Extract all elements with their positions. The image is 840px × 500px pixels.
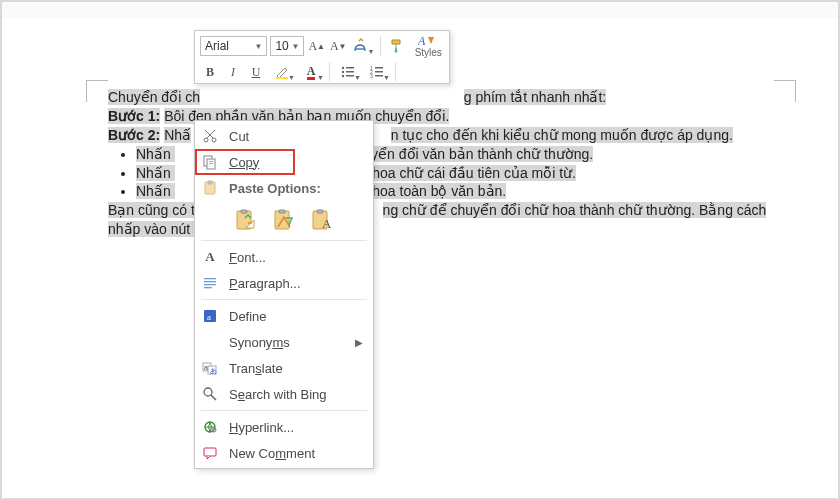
chevron-down-icon: ▼ xyxy=(254,42,262,51)
svg-rect-27 xyxy=(317,210,323,213)
change-case-button[interactable]: ▼ xyxy=(350,36,374,56)
text-line: Nhấn xyxy=(136,165,175,181)
text-line: n tục cho đến khi kiểu chữ mong muốn đượ… xyxy=(391,127,733,143)
svg-rect-1 xyxy=(276,77,288,79)
numbering-button[interactable]: 123 ▼ xyxy=(364,62,390,82)
separator xyxy=(395,62,396,82)
svg-point-6 xyxy=(342,75,344,77)
italic-button[interactable]: I xyxy=(223,62,243,82)
define-icon: a xyxy=(201,307,219,325)
step-label: Bước 2: xyxy=(108,127,160,143)
svg-rect-25 xyxy=(279,210,285,213)
copy-icon xyxy=(201,153,219,171)
svg-rect-5 xyxy=(346,71,354,73)
menu-item-define[interactable]: a Define xyxy=(195,303,373,329)
search-icon xyxy=(201,385,219,403)
font-name-value: Arial xyxy=(205,39,229,53)
text-line: Nhấ xyxy=(164,127,191,143)
chevron-down-icon: ▼ xyxy=(292,42,300,51)
svg-rect-3 xyxy=(346,67,354,69)
svg-text:3: 3 xyxy=(370,73,373,79)
hyperlink-icon xyxy=(201,418,219,436)
bold-button[interactable]: B xyxy=(200,62,220,82)
svg-rect-32 xyxy=(204,287,212,288)
menu-label: Synonyms xyxy=(229,335,345,350)
menu-item-new-comment[interactable]: New Comment xyxy=(195,440,373,466)
chevron-right-icon: ▶ xyxy=(355,337,363,348)
svg-text:A: A xyxy=(418,34,426,48)
svg-point-4 xyxy=(342,71,344,73)
font-color-button[interactable]: A ▼ xyxy=(298,62,324,82)
svg-rect-21 xyxy=(208,181,212,184)
menu-item-translate[interactable]: aあ Translate xyxy=(195,355,373,381)
font-size-select[interactable]: 10 ▼ xyxy=(270,36,304,56)
grow-font-button[interactable]: A▲ xyxy=(307,36,326,56)
paste-options-row: A xyxy=(195,201,373,237)
text-line: Nhấn xyxy=(136,146,175,162)
menu-label: Paragraph... xyxy=(229,276,363,291)
step-label: Bước 1: xyxy=(108,108,160,124)
text-line: huyển đổi văn bản thành chữ thường. xyxy=(355,146,593,162)
svg-rect-20 xyxy=(205,182,215,194)
menu-item-synonyms[interactable]: Synonyms ▶ xyxy=(195,329,373,355)
font-name-select[interactable]: Arial ▼ xyxy=(200,36,267,56)
svg-rect-29 xyxy=(204,278,216,279)
separator xyxy=(329,62,330,82)
menu-item-paragraph[interactable]: Paragraph... xyxy=(195,270,373,296)
svg-text:あ: あ xyxy=(210,367,217,375)
highlight-button[interactable]: ▼ xyxy=(269,62,295,82)
svg-rect-30 xyxy=(204,281,216,282)
clipboard-icon xyxy=(201,179,219,197)
shrink-font-button[interactable]: A▼ xyxy=(329,36,348,56)
text-line: Nhấn xyxy=(136,183,175,199)
menu-separator xyxy=(201,410,367,411)
text-line: ng chữ để chuyển đổi chữ hoa thành chữ t… xyxy=(383,202,767,218)
svg-rect-9 xyxy=(375,67,383,69)
bullets-button[interactable]: ▼ xyxy=(335,62,361,82)
menu-item-copy[interactable]: Copy xyxy=(195,149,373,175)
text-line: ết hoa chữ cái đầu tiên của mỗi từ. xyxy=(355,165,576,181)
styles-label: Styles xyxy=(415,48,442,58)
separator xyxy=(380,36,381,56)
svg-rect-11 xyxy=(375,71,383,73)
styles-button[interactable]: A Styles xyxy=(413,34,444,58)
page-corner-tl xyxy=(86,80,108,102)
svg-rect-13 xyxy=(375,75,383,77)
menu-label: Define xyxy=(229,309,363,324)
context-menu: Cut Copy Paste Options: A A Font... Para… xyxy=(194,120,374,469)
paste-text-only-button[interactable]: A xyxy=(307,205,337,235)
svg-text:A: A xyxy=(322,216,332,231)
menu-label: Translate xyxy=(229,361,363,376)
svg-point-2 xyxy=(342,67,344,69)
cut-icon xyxy=(201,127,219,145)
menu-item-hyperlink[interactable]: Hyperlink... xyxy=(195,414,373,440)
page-corner-tr xyxy=(774,80,796,102)
font-icon: A xyxy=(201,248,219,266)
paste-merge-button[interactable] xyxy=(269,205,299,235)
menu-label: Copy xyxy=(229,155,363,170)
svg-point-14 xyxy=(204,138,208,142)
document-area: Chuyển đổi ch g phím tắt nhanh nhất: Bướ… xyxy=(2,18,838,498)
blank-icon xyxy=(201,333,219,351)
underline-button[interactable]: U xyxy=(246,62,266,82)
menu-item-search-bing[interactable]: Search with Bing xyxy=(195,381,373,407)
menu-label: New Comment xyxy=(229,446,363,461)
svg-point-39 xyxy=(204,388,212,396)
svg-rect-41 xyxy=(204,448,216,456)
menu-separator xyxy=(201,240,367,241)
menu-label: Hyperlink... xyxy=(229,420,363,435)
menu-item-font[interactable]: A Font... xyxy=(195,244,373,270)
paragraph-icon xyxy=(201,274,219,292)
translate-icon: aあ xyxy=(201,359,219,377)
svg-text:a: a xyxy=(207,312,211,322)
svg-rect-7 xyxy=(346,75,354,77)
menu-label: Paste Options: xyxy=(229,181,363,196)
svg-rect-31 xyxy=(204,284,216,285)
mini-toolbar: Arial ▼ 10 ▼ A▲ A▼ ▼ A Styles B I U ▼ A xyxy=(194,30,450,84)
text-line: Chuyển đổi ch xyxy=(108,89,200,105)
menu-item-cut[interactable]: Cut xyxy=(195,123,373,149)
format-painter-button[interactable] xyxy=(385,36,409,56)
menu-separator xyxy=(201,299,367,300)
text-line: g phím tắt nhanh nhất: xyxy=(464,89,607,105)
paste-keep-source-button[interactable] xyxy=(231,205,261,235)
